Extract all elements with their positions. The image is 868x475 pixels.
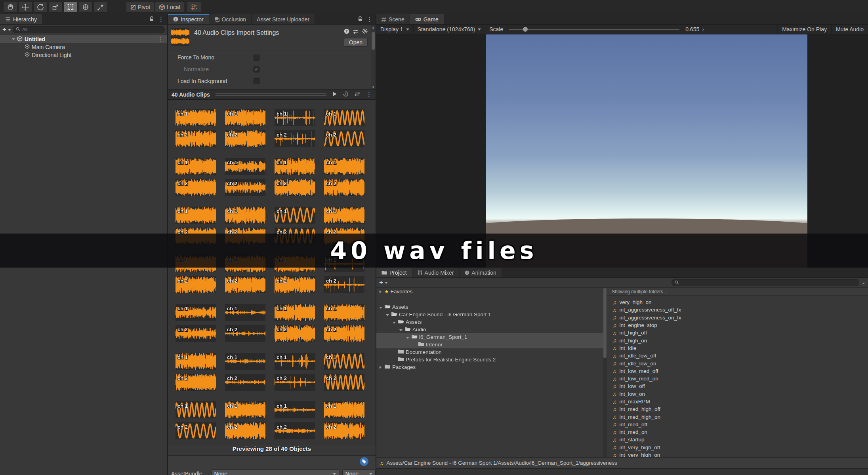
tree-folder-assets[interactable]: Assets [376,318,603,326]
file-row-int_aggressiveness_on_fx[interactable]: ♫int_aggressiveness_on_fx [607,314,868,321]
file-row-int_engine_stop[interactable]: ♫int_engine_stop [607,321,868,329]
audio-clip-preview-tile[interactable]: ch 1ch 2 [225,353,265,391]
checkbox[interactable] [254,78,259,84]
custom-tool-button[interactable] [93,2,108,13]
tree-folder-audio[interactable]: Audio [376,326,603,333]
chevron-down-icon[interactable] [393,322,396,324]
file-row-int_idle_low_off[interactable]: ♫int_idle_low_off [607,352,868,359]
lock-icon[interactable] [149,16,154,23]
tree-folder-documentation[interactable]: Documentation [376,348,603,356]
audio-clip-preview-tile[interactable]: ch 1ch 2 [176,304,216,342]
chevron-down-icon[interactable] [12,38,15,40]
project-create-dropdown-icon[interactable] [385,282,388,284]
audio-clip-preview-tile[interactable]: ch 1ch 2 [225,109,265,147]
grid-snap-button[interactable] [187,2,201,13]
checkbox[interactable]: ✓ [254,66,259,72]
audio-clip-preview-tile[interactable]: ch 1ch 2 [275,158,315,196]
autoplay-icon[interactable] [354,91,361,98]
file-row-int_med_off[interactable]: ♫int_med_off [607,421,868,428]
audio-clip-preview-tile[interactable]: ch 1ch 2 [275,109,315,147]
tree-folder-packages[interactable]: Packages [376,363,603,371]
file-row-int_med_high_off[interactable]: ♫int_med_high_off [607,405,868,413]
scene-menu-icon[interactable]: ⋮ [157,36,167,43]
project-search-input[interactable] [672,279,859,286]
audio-clip-preview-tile[interactable]: ch 1ch 2 [176,353,216,391]
audio-clip-preview-tile[interactable]: ch 1ch 2 [324,353,364,391]
assetbundle-main-dropdown[interactable]: None [211,469,339,475]
tab-animation[interactable]: Animation [460,268,502,277]
audio-clip-preview-tile[interactable]: ch 1ch 2 [176,109,216,147]
audio-clip-preview-tile[interactable]: ch 1ch 2 [176,401,216,439]
chevron-down-icon[interactable] [379,307,382,309]
asset-label-tag-icon[interactable] [360,457,368,466]
panel-menu-icon[interactable]: ⋮ [366,16,372,23]
file-row-int_low_on[interactable]: ♫int_low_on [607,390,868,398]
scale-slider-thumb[interactable] [523,27,528,32]
chevron-down-icon[interactable] [406,337,409,339]
pivot-toggle-button[interactable]: Pivot [126,2,154,13]
transform-tool-button[interactable] [78,2,93,13]
tree-folder-interior[interactable]: Interior [376,341,603,348]
preview-menu-icon[interactable]: ⋮ [366,91,372,98]
splitter-handle[interactable] [216,93,326,96]
move-tool-button[interactable] [18,2,32,13]
hierarchy-item-directional-light[interactable]: Directional Light [0,51,167,59]
scroll-down-icon[interactable]: ▼ [372,86,375,89]
file-row-very_high_on[interactable]: ♫very_high_on [607,298,868,306]
audio-clip-preview-tile[interactable]: ch 1ch 2 [275,353,315,391]
tree-folder-car-engine-sound-i6-german-sport-1[interactable]: Car Engine Sound - i6 German Sport 1 [376,311,603,318]
audio-clip-preview-tile[interactable]: ch 1ch 2 [324,304,364,342]
tab-game[interactable]: Game [410,14,444,24]
audio-clip-preview-tile[interactable]: ch 1ch 2 [176,158,216,196]
file-row-int_very_high_off[interactable]: ♫int_very_high_off [607,444,868,451]
create-button[interactable]: + [2,26,6,34]
scale-tool-button[interactable] [48,2,63,13]
rect-tool-button[interactable] [63,2,78,13]
mute-audio-button[interactable]: Mute Audio [831,25,868,34]
maximize-on-play-button[interactable]: Maximize On Play [777,25,831,34]
create-dropdown-icon[interactable] [8,29,11,31]
file-row-int_med_high_on[interactable]: ♫int_med_high_on [607,413,868,420]
tab-scene[interactable]: Scene [376,14,410,24]
file-row-int_idle_low_on[interactable]: ♫int_idle_low_on [607,359,868,367]
scale-slider[interactable] [509,29,679,30]
scroll-up-icon[interactable]: ▲ [372,26,375,29]
audio-clip-preview-tile[interactable]: ch 1ch 2 [275,304,315,342]
tree-scrollbar[interactable] [603,288,607,457]
presets-icon[interactable] [353,29,359,35]
tree-folder-assets[interactable]: Assets [376,303,603,311]
tree-folder-favorites[interactable]: ★Favorites [376,288,603,295]
file-row-int_startup[interactable]: ♫int_startup [607,436,868,443]
checkbox[interactable] [254,55,259,61]
gear-icon[interactable] [362,28,368,35]
audio-clip-preview-tile[interactable]: ch 1ch 2 [275,401,315,439]
help-icon[interactable]: ? [344,28,349,35]
audio-clip-preview-tile[interactable]: ch 1ch 2 [225,158,265,196]
chevron-right-icon[interactable] [380,366,382,369]
file-row-int_low_med_on[interactable]: ♫int_low_med_on [607,375,868,382]
tab-asset-store-uploader[interactable]: Asset Store Uploader [252,14,315,24]
chevron-down-icon[interactable] [386,314,389,316]
tab-occlusion[interactable]: Occlusion [209,14,252,24]
audio-clip-preview-tile[interactable]: ch 1ch 2 [225,401,265,439]
file-row-int_very_high_on[interactable]: ♫int_very_high_on [607,451,868,457]
audio-clip-preview-tile[interactable]: ch 1ch 2 [324,401,364,439]
file-row-int_med_on[interactable]: ♫int_med_on [607,428,868,436]
inspector-scrollbar[interactable]: ▲ ▼ [371,25,376,90]
local-toggle-button[interactable]: Local [155,2,184,13]
chevron-down-icon[interactable] [399,329,403,331]
tab-hierarchy[interactable]: Hierarchy [0,14,42,24]
lock-icon[interactable] [358,16,362,23]
play-icon[interactable] [332,91,337,98]
tab-inspector[interactable]: iInspector [168,14,209,24]
assetbundle-variant-dropdown[interactable]: None [342,469,376,475]
file-row-int_low_off[interactable]: ♫int_low_off [607,382,868,390]
file-row-int_high_on[interactable]: ♫int_high_on [607,336,868,344]
audio-clip-preview-tile[interactable]: ch 1ch 2 [225,304,265,342]
hand-tool-button[interactable] [3,2,17,13]
hierarchy-item-main-camera[interactable]: Main Camera [0,43,167,51]
tree-folder-i6-german-sport-1[interactable]: i6_German_Sport_1 [376,333,603,341]
tab-audio-mixer[interactable]: Audio Mixer [412,268,460,277]
file-row-int_high_off[interactable]: ♫int_high_off [607,329,868,336]
audio-clip-preview-tile[interactable]: ch 1ch 2 [324,158,364,196]
